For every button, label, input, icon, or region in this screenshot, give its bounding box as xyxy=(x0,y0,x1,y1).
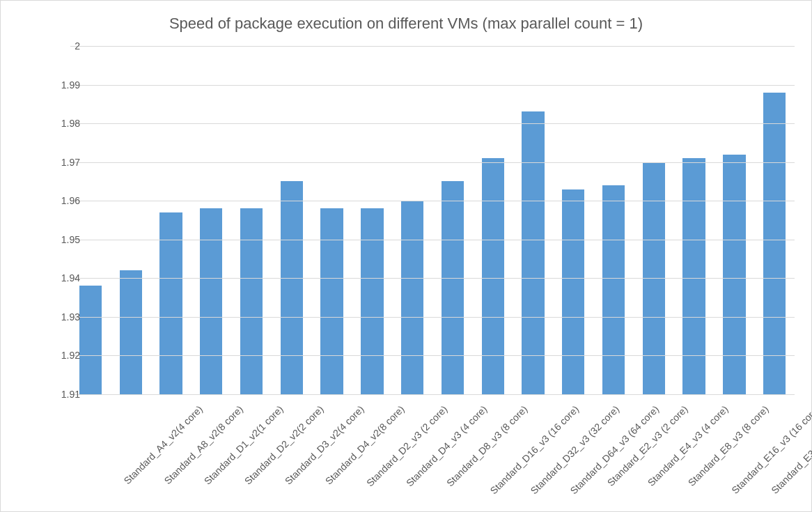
gridline xyxy=(70,317,795,318)
x-label-slot: Standard_D1_v2(1 core) xyxy=(151,398,192,509)
x-label-slot: Standard_D2_v2(2 core) xyxy=(191,398,231,509)
bar xyxy=(482,158,504,394)
x-label-slot: Standard_A8_v2(8 core) xyxy=(111,398,151,509)
bar-slot xyxy=(432,46,473,394)
gridline xyxy=(70,123,795,124)
bar-slot xyxy=(634,46,674,394)
bar xyxy=(763,93,786,394)
bar xyxy=(320,208,343,394)
y-tick-label: 1.98 xyxy=(38,118,80,129)
bar-slot xyxy=(593,46,634,394)
bar-slot xyxy=(553,46,593,394)
x-label-slot: Standard_D64_v3 (64 core) xyxy=(513,398,554,509)
x-label-slot: Standard_E2_v3 (2 core) xyxy=(553,398,593,509)
x-label-slot: Standard_E8_v3 (8 core) xyxy=(634,398,674,509)
gridline xyxy=(70,201,795,201)
bar xyxy=(682,158,705,394)
bar xyxy=(281,181,303,394)
x-label-slot: Standard_D8_v3 (8 core) xyxy=(392,398,432,509)
bar-slot xyxy=(754,46,795,394)
gridline xyxy=(70,240,795,240)
gridline xyxy=(70,46,795,47)
x-label-slot: Standard_E64_v3 (64 core) xyxy=(754,398,795,509)
x-label-slot: Standard_D2_v3 (2 core) xyxy=(312,398,352,509)
bar xyxy=(723,155,745,394)
bar-slot xyxy=(312,46,352,394)
gridline xyxy=(70,394,795,395)
plot-area xyxy=(70,46,795,394)
bar-slot xyxy=(352,46,392,394)
bar xyxy=(240,208,263,394)
bar-slot xyxy=(272,46,312,394)
gridline xyxy=(70,162,795,163)
bar-slot xyxy=(674,46,715,394)
chart-container: Speed of package execution on different … xyxy=(0,0,812,512)
x-label-slot: Standard_E16_v3 (16 core) xyxy=(674,398,715,509)
bar-slot xyxy=(473,46,513,394)
x-label-slot: Standard_E32_v3 (32 core) xyxy=(715,398,755,509)
bar xyxy=(79,286,102,394)
bar xyxy=(442,181,464,394)
x-label-slot: Standard_A4_v2(4 core) xyxy=(70,398,111,509)
y-tick-label: 1.91 xyxy=(38,389,80,400)
chart-title: Speed of package execution on different … xyxy=(1,15,811,33)
bar xyxy=(562,189,584,394)
y-tick-label: 1.97 xyxy=(38,157,80,168)
bar-slot xyxy=(392,46,432,394)
y-tick-label: 1.96 xyxy=(38,195,80,206)
bar xyxy=(602,185,625,394)
y-tick-label: 1.93 xyxy=(38,311,80,323)
y-tick-label: 1.92 xyxy=(38,350,80,361)
bar-slot xyxy=(111,46,151,394)
bars-group xyxy=(70,46,795,394)
x-label-slot: Standard_D32_v3 (32 core) xyxy=(473,398,513,509)
x-axis-labels: Standard_A4_v2(4 core)Standard_A8_v2(8 c… xyxy=(70,398,795,509)
gridline xyxy=(70,278,795,279)
bar xyxy=(200,208,222,394)
gridline xyxy=(70,85,795,86)
bar-slot xyxy=(715,46,755,394)
y-tick-label: 2 xyxy=(38,40,80,52)
y-tick-label: 1.94 xyxy=(38,272,80,284)
bar-slot xyxy=(70,46,111,394)
x-label-slot: Standard_D4_v2(8 core) xyxy=(272,398,312,509)
bar-slot xyxy=(513,46,554,394)
x-label-slot: Standard_E4_v3 (4 core) xyxy=(593,398,634,509)
x-label-slot: Standard_D4_v3 (4 core) xyxy=(352,398,392,509)
bar xyxy=(120,270,142,394)
x-label-slot: Standard_D3_v2(4 core) xyxy=(231,398,272,509)
bar-slot xyxy=(151,46,192,394)
y-tick-label: 1.99 xyxy=(38,79,80,91)
y-tick-label: 1.95 xyxy=(38,234,80,245)
x-label-slot: Standard_D16_v3 (16 core) xyxy=(432,398,473,509)
bar xyxy=(401,201,423,394)
gridline xyxy=(70,355,795,356)
bar-slot xyxy=(191,46,231,394)
bar xyxy=(522,111,544,394)
bar-slot xyxy=(231,46,272,394)
bar xyxy=(361,208,383,394)
